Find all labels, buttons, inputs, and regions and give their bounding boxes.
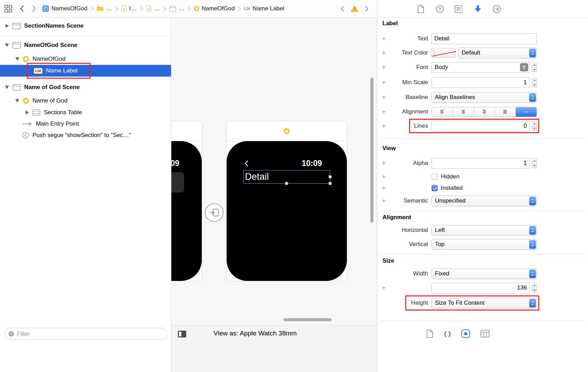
stepper-up-icon[interactable]	[532, 159, 537, 164]
alpha-input[interactable]	[431, 158, 530, 169]
outline-row-main-entry-point[interactable]: Main Entry Point	[0, 118, 171, 130]
outline-row-sections-table[interactable]: Sections Table	[0, 107, 171, 118]
identity-inspector-icon[interactable]	[455, 4, 463, 13]
table-row-group[interactable]	[171, 172, 184, 193]
attributes-inspector-icon[interactable]	[474, 4, 482, 13]
breadcrumb-item-label[interactable]: Lbl Name Label	[244, 5, 284, 12]
stepper-up-icon[interactable]	[532, 283, 537, 288]
disclosure-collapsed-icon[interactable]	[6, 24, 9, 28]
forward-chevron-icon[interactable]	[30, 4, 38, 13]
filter-input[interactable]	[17, 331, 163, 337]
inspector-tab-bar: ?	[377, 0, 588, 18]
back-chevron-small-icon[interactable]	[339, 4, 346, 13]
disclosure-expanded-icon[interactable]	[15, 99, 19, 102]
installed-checkbox[interactable]	[431, 185, 438, 191]
resize-handle-bottom[interactable]	[285, 182, 288, 185]
warning-icon[interactable]	[351, 5, 359, 12]
library-bar: { }	[377, 325, 588, 372]
watch-screen[interactable]: 10:09 Detail	[243, 157, 331, 266]
outline-row-nameofgod-scene[interactable]: NameOfGod Scene	[0, 39, 171, 51]
breadcrumb-item-file-1[interactable]: I…	[121, 5, 137, 12]
outline-row-sectionnames-scene[interactable]: SectionNames Scene	[0, 20, 171, 32]
breadcrumb-item-project[interactable]: NamesOfGod	[42, 5, 87, 12]
connections-inspector-icon[interactable]	[493, 4, 501, 13]
breadcrumb-item-controller[interactable]: NameOfGod	[194, 5, 235, 12]
quick-help-icon[interactable]: ?	[436, 4, 444, 13]
width-stepper[interactable]	[532, 283, 537, 293]
label-text: Detail	[245, 172, 269, 182]
alpha-stepper[interactable]	[532, 158, 537, 168]
disclosure-expanded-icon[interactable]	[5, 43, 9, 47]
code-snippet-library-icon[interactable]: { }	[444, 329, 451, 338]
lines-stepper[interactable]	[532, 121, 537, 131]
file-template-library-icon[interactable]	[426, 329, 434, 338]
baseline-value: Align Baselines	[435, 94, 475, 101]
align-justify-segment[interactable]	[495, 107, 516, 117]
align-left-segment[interactable]	[432, 107, 453, 117]
breadcrumb-item-folder[interactable]: …	[97, 5, 112, 12]
add-attribute-button[interactable]: +	[382, 184, 386, 192]
vertical-popup[interactable]: Top	[431, 239, 537, 250]
semantic-popup[interactable]: Unspecified	[431, 196, 537, 206]
stepper-up-icon[interactable]	[532, 63, 537, 68]
width-popup[interactable]: Fixed	[431, 268, 537, 279]
view-as-control[interactable]: View as: Apple Watch 38mm	[171, 330, 339, 337]
hidden-checkbox[interactable]	[431, 174, 438, 180]
align-natural-segment[interactable]	[516, 107, 537, 117]
interface-controller-icon[interactable]	[284, 128, 290, 134]
back-chevron-icon[interactable]	[245, 160, 248, 167]
outline-row-name-label[interactable]: Lbl Name Label	[0, 65, 171, 77]
height-label: Height	[377, 300, 428, 306]
font-picker-button[interactable]: T	[520, 63, 528, 71]
stepper-down-icon[interactable]	[532, 83, 537, 87]
stepper-down-icon[interactable]	[532, 288, 537, 293]
filter-field[interactable]	[4, 328, 167, 340]
breadcrumb-item-scene[interactable]: …	[169, 5, 184, 12]
stepper-up-icon[interactable]	[532, 121, 537, 126]
width-number-input[interactable]	[431, 283, 530, 293]
object-library-icon[interactable]	[461, 329, 470, 338]
forward-chevron-small-icon[interactable]	[363, 4, 371, 13]
outline-row-name-of-god-scene[interactable]: Name of God Scene	[0, 81, 171, 93]
min-scale-stepper[interactable]	[532, 78, 537, 87]
align-right-segment[interactable]	[474, 107, 495, 117]
stepper-down-icon[interactable]	[532, 164, 537, 168]
min-scale-input[interactable]	[431, 77, 530, 88]
outline-row-nameofgod-controller[interactable]: NameOfGod	[0, 53, 171, 65]
disclosure-expanded-icon[interactable]	[15, 57, 19, 61]
disclosure-expanded-icon[interactable]	[5, 86, 9, 89]
color-well[interactable]	[431, 48, 455, 58]
back-chevron-icon[interactable]	[18, 4, 26, 13]
breadcrumb-item-file-2[interactable]: …	[146, 5, 160, 12]
storyboard-canvas[interactable]: 09 10:09 Detail	[171, 18, 377, 372]
text-input[interactable]	[431, 33, 537, 44]
stepper-down-icon[interactable]	[532, 68, 537, 72]
outline-row-push-segue[interactable]: Push segue "showSection" to "Sec…"	[0, 129, 171, 141]
media-library-icon[interactable]	[481, 329, 490, 338]
horizontal-popup[interactable]: Left	[431, 225, 537, 236]
inspector-divider	[381, 321, 585, 321]
lines-input[interactable]	[431, 121, 530, 131]
selected-label[interactable]: Detail	[243, 170, 330, 184]
segue-connector[interactable]	[205, 203, 224, 222]
resize-handle-corner[interactable]	[329, 182, 332, 185]
related-items-icon[interactable]	[4, 4, 12, 13]
font-field[interactable]: Body T	[431, 62, 530, 73]
text-color-popup[interactable]: Default	[458, 48, 537, 58]
file-inspector-icon[interactable]	[417, 4, 425, 13]
add-attribute-button[interactable]: +	[382, 284, 386, 292]
baseline-popup[interactable]: Align Baselines	[431, 92, 537, 103]
alignment-label: Alignment	[377, 108, 428, 115]
vertical-scrollbar[interactable]	[370, 78, 373, 223]
stepper-up-icon[interactable]	[532, 78, 537, 83]
align-center-segment[interactable]	[453, 107, 474, 117]
font-stepper[interactable]	[532, 62, 537, 72]
add-attribute-button[interactable]: +	[382, 173, 386, 181]
outline-row-name-of-god-controller[interactable]: Name of God	[0, 95, 171, 107]
height-popup[interactable]: Size To Fit Content	[431, 298, 537, 309]
disclosure-collapsed-icon[interactable]	[26, 110, 29, 115]
horizontal-scrollbar[interactable]	[283, 318, 332, 321]
jump-bar: NamesOfGod … I… … … NameOfGod Lbl	[0, 0, 377, 18]
resize-handle-right[interactable]	[329, 175, 332, 178]
stepper-down-icon[interactable]	[532, 126, 537, 131]
